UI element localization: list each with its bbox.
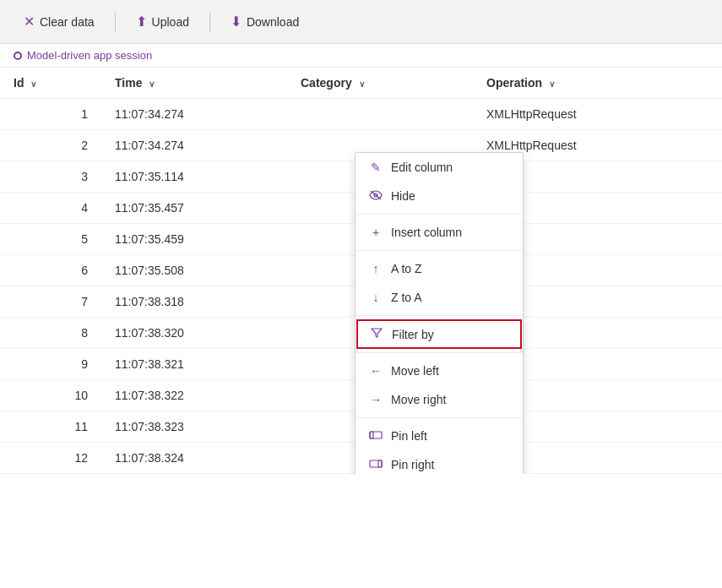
- col-header-time[interactable]: Time ∨: [101, 68, 287, 99]
- clear-icon: ✕: [24, 14, 35, 30]
- col-header-operation[interactable]: Operation ∨: [473, 68, 722, 99]
- table-container: Id ∨ Time ∨ Category ∨ Operation ∨ 1 11:…: [0, 68, 722, 474]
- upload-label: Upload: [152, 15, 189, 29]
- toolbar: ✕ Clear data ⬆ Upload ⬇ Download: [0, 0, 722, 44]
- filter-by-icon: [370, 327, 383, 341]
- download-icon: ⬇: [231, 14, 242, 30]
- svg-rect-4: [370, 460, 382, 467]
- menu-item-filter-by-label: Filter by: [392, 328, 434, 341]
- svg-rect-3: [370, 432, 373, 438]
- menu-item-pin-right[interactable]: Pin right: [356, 450, 523, 474]
- menu-item-edit-column[interactable]: ✎ Edit column: [356, 153, 523, 182]
- menu-sep-4: [356, 352, 523, 353]
- cell-category: [287, 99, 473, 130]
- upload-icon: ⬆: [136, 14, 147, 30]
- svg-rect-2: [370, 432, 382, 438]
- move-left-icon: ←: [369, 364, 383, 378]
- divider-1: [115, 12, 116, 32]
- cell-id: 11: [0, 411, 101, 443]
- cell-id: 2: [0, 130, 101, 161]
- menu-item-a-to-z[interactable]: ↑ A to Z: [356, 254, 523, 283]
- session-label: Model-driven app session: [27, 49, 152, 62]
- cell-id: 1: [0, 99, 101, 130]
- menu-sep-5: [356, 417, 523, 418]
- cell-time: 11:07:38.318: [101, 286, 287, 318]
- menu-item-move-left[interactable]: ← Move left: [356, 357, 523, 385]
- menu-item-a-to-z-label: A to Z: [391, 262, 422, 275]
- edit-column-icon: ✎: [369, 161, 383, 174]
- sort-icon-operation: ∨: [549, 79, 555, 89]
- menu-item-move-right-label: Move right: [391, 393, 446, 406]
- menu-item-z-to-a[interactable]: ↓ Z to A: [356, 283, 523, 312]
- clear-data-button[interactable]: ✕ Clear data: [14, 8, 105, 35]
- context-menu: ✎ Edit column Hide + Insert column ↑ A t…: [355, 152, 524, 474]
- download-label: Download: [247, 15, 299, 29]
- svg-rect-5: [378, 460, 382, 467]
- menu-sep-1: [356, 214, 523, 215]
- cell-id: 4: [0, 193, 101, 224]
- table-row: 1 11:07:34.274 XMLHttpRequest: [0, 99, 722, 130]
- menu-sep-3: [356, 315, 523, 316]
- cell-time: 11:07:38.321: [101, 349, 287, 380]
- menu-item-move-right[interactable]: → Move right: [356, 385, 523, 414]
- cell-id: 10: [0, 380, 101, 411]
- cell-id: 3: [0, 161, 101, 193]
- menu-item-pin-left[interactable]: Pin left: [356, 422, 523, 450]
- insert-column-icon: +: [369, 226, 383, 239]
- menu-item-edit-column-label: Edit column: [391, 161, 453, 174]
- cell-time: 11:07:38.323: [101, 411, 287, 443]
- sort-icon-time: ∨: [149, 79, 155, 89]
- menu-item-insert-column-label: Insert column: [391, 226, 462, 239]
- cell-time: 11:07:35.508: [101, 255, 287, 286]
- hide-icon: [369, 189, 383, 203]
- col-header-id[interactable]: Id ∨: [0, 68, 101, 99]
- cell-id: 6: [0, 255, 101, 286]
- table-header-row: Id ∨ Time ∨ Category ∨ Operation ∨: [0, 68, 722, 99]
- menu-item-insert-column[interactable]: + Insert column: [356, 218, 523, 247]
- sort-icon-id: ∨: [30, 79, 36, 89]
- cell-time: 11:07:35.459: [101, 224, 287, 255]
- cell-id: 8: [0, 318, 101, 349]
- clear-label: Clear data: [40, 15, 95, 29]
- download-button[interactable]: ⬇ Download: [220, 8, 309, 35]
- cell-time: 11:07:35.114: [101, 161, 287, 193]
- upload-button[interactable]: ⬆ Upload: [126, 8, 199, 35]
- divider-2: [209, 12, 210, 32]
- cell-time: 11:07:38.320: [101, 318, 287, 349]
- menu-item-z-to-a-label: Z to A: [391, 291, 422, 304]
- pin-left-icon: [369, 429, 383, 443]
- menu-sep-2: [356, 250, 523, 251]
- menu-item-pin-right-label: Pin right: [391, 458, 434, 471]
- menu-item-hide-label: Hide: [391, 189, 415, 203]
- z-to-a-icon: ↓: [369, 291, 383, 304]
- cell-id: 12: [0, 443, 101, 474]
- menu-item-move-left-label: Move left: [391, 364, 439, 378]
- col-header-category[interactable]: Category ∨: [287, 68, 473, 99]
- menu-item-hide[interactable]: Hide: [356, 182, 523, 210]
- cell-operation: XMLHttpRequest: [473, 99, 722, 130]
- cell-time: 11:07:34.274: [101, 130, 287, 161]
- cell-time: 11:07:38.324: [101, 443, 287, 474]
- cell-time: 11:07:38.322: [101, 380, 287, 411]
- menu-item-filter-by[interactable]: Filter by: [356, 319, 522, 349]
- move-right-icon: →: [369, 393, 383, 406]
- cell-time: 11:07:35.457: [101, 193, 287, 224]
- session-bar: Model-driven app session: [0, 44, 722, 68]
- cell-id: 5: [0, 224, 101, 255]
- cell-time: 11:07:34.274: [101, 99, 287, 130]
- cell-id: 7: [0, 286, 101, 318]
- menu-item-pin-left-label: Pin left: [391, 429, 427, 443]
- cell-id: 9: [0, 349, 101, 380]
- sort-icon-category: ∨: [359, 79, 365, 89]
- pin-right-icon: [369, 458, 383, 471]
- session-dot-icon: [14, 52, 22, 60]
- a-to-z-icon: ↑: [369, 262, 383, 275]
